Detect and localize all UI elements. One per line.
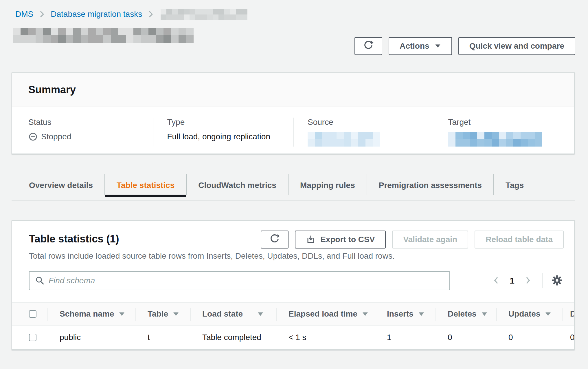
- breadcrumb-task-name-redacted: [161, 9, 247, 20]
- refresh-button[interactable]: [354, 37, 382, 55]
- dms-task-page: DMS Database migration tasks Actions: [0, 0, 588, 369]
- table-row[interactable]: public t Table completed < 1 s 1 0 0 0: [12, 326, 574, 349]
- page-actions: Actions Quick view and compare: [354, 37, 575, 55]
- column-header-load-state[interactable]: Load state: [190, 303, 276, 325]
- tab-table-statistics[interactable]: Table statistics: [105, 174, 186, 197]
- source-label: Source: [308, 118, 434, 127]
- status-label: Status: [28, 118, 153, 127]
- table-statistics-card: Table statistics(1): [12, 220, 575, 350]
- summary-title: Summary: [28, 84, 76, 96]
- chevron-left-icon: [493, 276, 499, 285]
- sort-icon: [119, 312, 125, 317]
- table-refresh-button[interactable]: [261, 231, 289, 249]
- reload-table-data-button: Reload table data: [475, 231, 564, 249]
- column-header-schema-name[interactable]: Schema name: [47, 303, 135, 325]
- cell-elapsed-load-time: < 1 s: [276, 326, 375, 349]
- tab-cloudwatch-metrics[interactable]: CloudWatch metrics: [187, 174, 288, 197]
- page-title-redacted: [13, 28, 194, 43]
- tab-bar-rule: [12, 200, 575, 200]
- type-value: Full load, ongoing replication: [167, 132, 293, 141]
- sort-icon: [257, 312, 264, 317]
- status-text: Stopped: [41, 132, 71, 141]
- summary-field-status: Status Stopped: [12, 118, 153, 147]
- target-value-redacted: [448, 132, 542, 147]
- sort-icon: [418, 312, 425, 317]
- next-page-button: [523, 276, 534, 285]
- sort-icon: [173, 312, 179, 317]
- table-count-badge: (1): [106, 233, 119, 245]
- summary-fields: Status Stopped Type Full load, ongoing r…: [12, 107, 574, 158]
- current-page-number: 1: [510, 276, 514, 286]
- pagination-divider: [542, 273, 543, 288]
- column-header-ddls[interactable]: DDLs: [562, 303, 574, 325]
- summary-field-type: Type Full load, ongoing replication: [153, 118, 293, 147]
- export-to-csv-label: Export to CSV: [320, 235, 375, 244]
- status-value: Stopped: [28, 132, 153, 141]
- summary-field-target: Target: [434, 118, 574, 147]
- breadcrumb: DMS Database migration tasks: [15, 8, 247, 20]
- find-schema-input[interactable]: [29, 271, 450, 290]
- target-label: Target: [448, 118, 574, 127]
- stopped-icon: [28, 132, 38, 141]
- column-header-elapsed-load-time[interactable]: Elapsed load time: [276, 303, 375, 325]
- cell-deletes: 0: [436, 326, 496, 349]
- column-header-inserts[interactable]: Inserts: [375, 303, 436, 325]
- source-value-redacted: [308, 132, 380, 147]
- cell-updates: 0: [496, 326, 562, 349]
- chevron-right-icon: [40, 10, 44, 18]
- cell-inserts: 1: [375, 326, 436, 349]
- tab-mapping-rules[interactable]: Mapping rules: [289, 174, 367, 197]
- preferences-button[interactable]: [550, 275, 564, 287]
- chevron-right-icon: [525, 276, 531, 285]
- actions-button-label: Actions: [400, 41, 429, 51]
- cell-table: t: [135, 326, 190, 349]
- select-all-checkbox[interactable]: [29, 310, 36, 318]
- column-header-updates[interactable]: Updates: [496, 303, 562, 325]
- summary-card: Summary Status Stopped Type Full load, o…: [12, 72, 575, 154]
- refresh-icon: [363, 40, 374, 52]
- actions-button[interactable]: Actions: [389, 37, 452, 55]
- tab-bar: Overview details Table statistics CloudW…: [12, 174, 575, 200]
- cell-load-state: Table completed: [190, 326, 276, 349]
- column-header-table[interactable]: Table: [135, 303, 190, 325]
- tab-premigration-assessments[interactable]: Premigration assessments: [367, 174, 493, 197]
- summary-card-header: Summary: [12, 73, 574, 107]
- table-header-row: Schema name Table Load state Elapsed loa…: [12, 302, 574, 326]
- export-to-csv-button[interactable]: Export to CSV: [295, 231, 386, 249]
- chevron-right-icon: [148, 10, 153, 18]
- schema-search: [29, 271, 450, 290]
- breadcrumb-link-dms[interactable]: DMS: [15, 10, 33, 19]
- sort-icon: [545, 312, 551, 317]
- validate-again-button: Validate again: [392, 231, 468, 249]
- search-icon: [35, 276, 45, 286]
- sort-icon: [362, 312, 368, 317]
- chevron-down-icon: [435, 44, 441, 48]
- quick-view-compare-label: Quick view and compare: [469, 41, 564, 51]
- cell-ddls: 0: [562, 326, 574, 349]
- table-statistics-table: Schema name Table Load state Elapsed loa…: [12, 302, 574, 349]
- cell-schema-name: public: [47, 326, 135, 349]
- download-icon: [306, 235, 316, 244]
- refresh-icon: [269, 233, 280, 246]
- tab-tags[interactable]: Tags: [494, 174, 535, 197]
- tab-overview-details[interactable]: Overview details: [17, 174, 104, 197]
- previous-page-button: [490, 276, 501, 285]
- sort-icon: [481, 312, 488, 317]
- table-statistics-title: Table statistics(1): [29, 231, 119, 245]
- breadcrumb-link-tasks[interactable]: Database migration tasks: [51, 10, 142, 19]
- gear-icon: [552, 275, 563, 287]
- pagination: 1: [490, 273, 564, 288]
- type-label: Type: [167, 118, 293, 127]
- table-statistics-description: Total rows include loaded source table r…: [12, 251, 574, 261]
- quick-view-compare-button[interactable]: Quick view and compare: [458, 37, 575, 55]
- summary-field-source: Source: [293, 118, 434, 147]
- row-checkbox[interactable]: [29, 334, 36, 341]
- table-toolbar-buttons: Export to CSV Validate again Reload tabl…: [261, 231, 564, 249]
- column-header-deletes[interactable]: Deletes: [436, 303, 496, 325]
